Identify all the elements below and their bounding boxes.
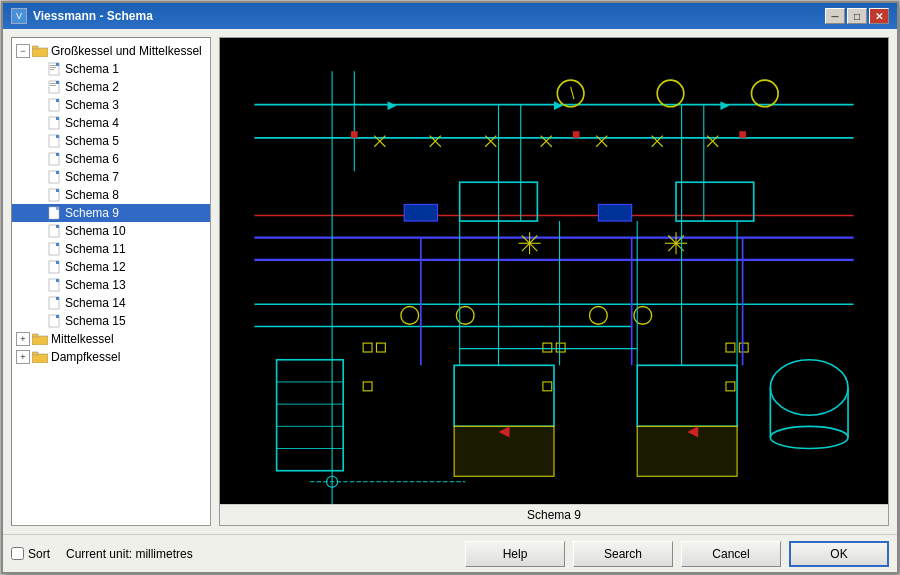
- window-controls: ─ □ ✕: [825, 8, 889, 24]
- spacer3: [32, 98, 46, 112]
- minimize-button[interactable]: ─: [825, 8, 845, 24]
- tree-item-schema9[interactable]: Schema 9: [12, 204, 210, 222]
- svg-rect-12: [56, 99, 59, 102]
- tree-item-schema4[interactable]: Schema 4: [12, 114, 210, 132]
- title-bar: V Viessmann - Schema ─ □ ✕: [3, 3, 897, 29]
- title-bar-left: V Viessmann - Schema: [11, 8, 153, 24]
- doc-icon-schema13: [48, 278, 62, 292]
- svg-rect-24: [56, 207, 59, 210]
- svg-point-88: [590, 307, 608, 325]
- folder-icon-dampfkessel: [32, 351, 48, 363]
- main-window: V Viessmann - Schema ─ □ ✕ − Großkessel …: [1, 1, 899, 574]
- tree-item-schema6[interactable]: Schema 6: [12, 150, 210, 168]
- doc-icon-schema6: [48, 152, 62, 166]
- tree-folder-grosskessel[interactable]: − Großkessel und Mittelkessel: [12, 42, 210, 60]
- doc-icon-schema1: [48, 62, 62, 76]
- svg-point-57: [770, 360, 848, 415]
- svg-rect-95: [363, 382, 372, 391]
- svg-rect-93: [363, 343, 372, 352]
- ok-button[interactable]: OK: [789, 541, 889, 567]
- tree-item-schema11[interactable]: Schema 11: [12, 240, 210, 258]
- schema1-label: Schema 1: [65, 62, 119, 76]
- spacer4: [32, 116, 46, 130]
- schema6-label: Schema 6: [65, 152, 119, 166]
- tree-item-schema5[interactable]: Schema 5: [12, 132, 210, 150]
- folder-icon-mittelkessel: [32, 333, 48, 345]
- schema12-label: Schema 12: [65, 260, 126, 274]
- doc-icon-schema9: [48, 206, 62, 220]
- expander-grosskessel[interactable]: −: [16, 44, 30, 58]
- spacer7: [32, 170, 46, 184]
- tree-folder-dampfkessel[interactable]: + Dampfkessel: [12, 348, 210, 366]
- svg-rect-1: [32, 46, 38, 49]
- app-icon: V: [11, 8, 27, 24]
- maximize-button[interactable]: □: [847, 8, 867, 24]
- tree-item-schema3[interactable]: Schema 3: [12, 96, 210, 114]
- svg-rect-39: [32, 354, 48, 363]
- svg-rect-55: [637, 365, 737, 426]
- spacer13: [32, 278, 46, 292]
- tree-item-schema2[interactable]: Schema 2: [12, 78, 210, 96]
- doc-icon-schema5: [48, 134, 62, 148]
- tree-item-schema1[interactable]: Schema 1: [12, 60, 210, 78]
- svg-rect-127: [739, 131, 746, 138]
- svg-rect-32: [56, 279, 59, 282]
- svg-rect-34: [56, 297, 59, 300]
- svg-point-90: [634, 307, 652, 325]
- doc-icon-schema14: [48, 296, 62, 310]
- schema3-label: Schema 3: [65, 98, 119, 112]
- tree-item-schema8[interactable]: Schema 8: [12, 186, 210, 204]
- folder-icon-grosskessel: [32, 45, 48, 57]
- svg-marker-112: [720, 101, 729, 110]
- search-button[interactable]: Search: [573, 541, 673, 567]
- window-title: Viessmann - Schema: [33, 9, 153, 23]
- doc-icon-schema12: [48, 260, 62, 274]
- schema7-label: Schema 7: [65, 170, 119, 184]
- schema-panel: Schema 9: [219, 37, 889, 526]
- svg-point-66: [751, 80, 778, 107]
- svg-rect-98: [543, 382, 552, 391]
- spacer1: [32, 62, 46, 76]
- schema15-label: Schema 15: [65, 314, 126, 328]
- expander-dampfkessel[interactable]: +: [16, 350, 30, 364]
- schema2-label: Schema 2: [65, 80, 119, 94]
- sort-checkbox[interactable]: [11, 547, 24, 560]
- svg-rect-14: [56, 117, 59, 120]
- expander-mittelkessel[interactable]: +: [16, 332, 30, 346]
- svg-marker-110: [388, 101, 397, 110]
- svg-rect-101: [726, 382, 735, 391]
- svg-rect-3: [50, 65, 56, 66]
- svg-rect-9: [50, 85, 56, 86]
- svg-rect-0: [32, 48, 48, 57]
- svg-rect-68: [598, 204, 631, 221]
- doc-icon-schema15: [48, 314, 62, 328]
- doc-icon-schema2: [48, 80, 62, 94]
- tree-folder-mittelkessel[interactable]: + Mittelkessel: [12, 330, 210, 348]
- cancel-button[interactable]: Cancel: [681, 541, 781, 567]
- button-group: Help Search Cancel OK: [465, 541, 889, 567]
- svg-rect-22: [56, 189, 59, 192]
- close-button[interactable]: ✕: [869, 8, 889, 24]
- tree-item-schema15[interactable]: Schema 15: [12, 312, 210, 330]
- schema-diagram: [220, 38, 888, 504]
- tree-item-schema12[interactable]: Schema 12: [12, 258, 210, 276]
- svg-rect-18: [56, 153, 59, 156]
- spacer5: [32, 134, 46, 148]
- tree-item-schema10[interactable]: Schema 10: [12, 222, 210, 240]
- svg-rect-126: [573, 131, 580, 138]
- help-button[interactable]: Help: [465, 541, 565, 567]
- tree-item-schema7[interactable]: Schema 7: [12, 168, 210, 186]
- svg-point-60: [770, 426, 848, 448]
- svg-point-89: [456, 307, 474, 325]
- svg-rect-8: [50, 83, 56, 84]
- svg-point-87: [401, 307, 419, 325]
- content-area: − Großkessel und Mittelkessel: [3, 29, 897, 534]
- folder-label-mittelkessel: Mittelkessel: [51, 332, 114, 346]
- svg-rect-96: [543, 343, 552, 352]
- schema14-label: Schema 14: [65, 296, 126, 310]
- schema11-label: Schema 11: [65, 242, 126, 256]
- tree-item-schema13[interactable]: Schema 13: [12, 276, 210, 294]
- tree-item-schema14[interactable]: Schema 14: [12, 294, 210, 312]
- schema13-label: Schema 13: [65, 278, 126, 292]
- svg-rect-16: [56, 135, 59, 138]
